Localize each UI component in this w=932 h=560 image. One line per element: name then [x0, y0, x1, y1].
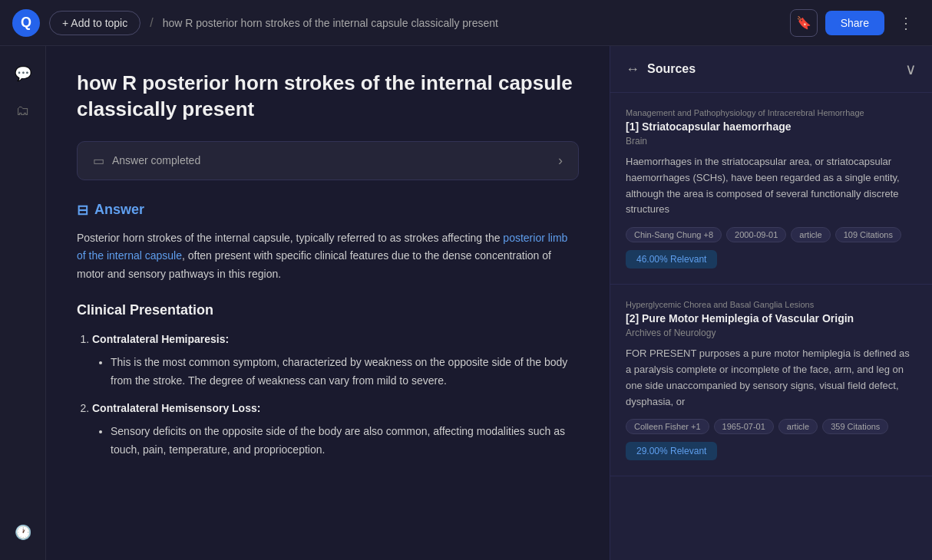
item-1-title: Contralateral Hemiparesis: [92, 333, 229, 345]
topbar: Q + Add to topic / how R posterior horn … [0, 0, 932, 46]
history-icon: 🕐 [15, 524, 31, 541]
source-1-tag-author: Chin-Sang Chung +8 [626, 227, 722, 242]
source-1-tag-date: 2000-09-01 [726, 227, 786, 242]
answer-completed-left: ▭ Answer completed [93, 153, 200, 168]
source-2-meta-top: Hyperglycemic Chorea and Basal Ganglia L… [626, 300, 917, 309]
answer-heading: ⊟ Answer [77, 202, 579, 219]
share-button[interactable]: Share [825, 11, 884, 35]
item-2-bullets: Sensory deficits on the opposite side of… [92, 423, 579, 460]
source-2-tag-citations: 359 Citations [822, 419, 888, 434]
answer-heading-label: Answer [94, 202, 144, 218]
answer-intro-text: Posterior horn strokes of the internal c… [77, 229, 579, 284]
source-2-tag-type: article [778, 419, 818, 434]
source-2-relevance: 29.00% Relevant [626, 442, 717, 460]
answer-completed-icon: ▭ [93, 153, 104, 168]
sources-sidebar: ↔ Sources ∨ Management and Pathophysiolo… [610, 46, 932, 560]
source-1-tags: Chin-Sang Chung +8 2000-09-01 article 10… [626, 227, 917, 242]
sources-header: ↔ Sources ∨ [610, 46, 932, 93]
list-item: Contralateral Hemiparesis: This is the m… [92, 331, 579, 390]
bullet-item: Sensory deficits on the opposite side of… [111, 423, 579, 460]
sidebar-chat-button[interactable]: 💬 [8, 58, 38, 89]
source-1-meta-top: Management and Pathophysiology of Intrac… [626, 108, 917, 117]
bullet-item: This is the most common symptom, charact… [111, 354, 579, 390]
chat-icon: 💬 [15, 65, 31, 82]
page-title: how R posterior horn strokes of the inte… [77, 71, 579, 123]
folder-icon: 🗂 [16, 103, 30, 119]
source-1-tag-citations: 109 Citations [835, 227, 901, 242]
source-2-tags: Colleen Fisher +1 1965-07-01 article 359… [626, 419, 917, 434]
source-2-excerpt: FOR PRESENT purposes a pure motor hemipl… [626, 346, 917, 410]
topbar-right: 🔖 Share ⋮ [790, 9, 920, 37]
item-2-title: Contralateral Hemisensory Loss: [92, 402, 260, 414]
source-1-tag-type: article [791, 227, 830, 242]
source-1-title: [1] Striatocapsular haemorrhage [626, 120, 917, 133]
chevron-down-icon: ∨ [905, 61, 917, 77]
sidebar-history-button[interactable]: 🕐 [8, 517, 38, 548]
sources-link-icon: ↔ [626, 61, 640, 77]
main-layout: 💬 🗂 🕐 how R posterior horn strokes of th… [0, 46, 932, 560]
answer-completed-label: Answer completed [112, 154, 200, 166]
more-icon: ⋮ [898, 14, 914, 32]
item-1-bullets: This is the most common symptom, charact… [92, 354, 579, 390]
breadcrumb: how R posterior horn strokes of the inte… [163, 17, 498, 29]
sources-heading-label: Sources [647, 62, 696, 76]
source-1-relevance: 46.00% Relevant [626, 250, 717, 268]
list-item: Contralateral Hemisensory Loss: Sensory … [92, 400, 579, 460]
left-sidebar: 💬 🗂 🕐 [0, 46, 46, 560]
source-1-excerpt: Haemorrhages in the striatocapsular area… [626, 154, 917, 218]
source-1-subtitle: Brain [626, 136, 917, 147]
bookmark-button[interactable]: 🔖 [790, 9, 818, 37]
sidebar-folder-button[interactable]: 🗂 [8, 95, 38, 126]
source-2-subtitle: Archives of Neurology [626, 328, 917, 338]
source-2-tag-date: 1965-07-01 [714, 419, 774, 434]
source-card-2[interactable]: Hyperglycemic Chorea and Basal Ganglia L… [610, 285, 932, 476]
clinical-presentation-heading: Clinical Presentation [77, 302, 579, 318]
answer-completed-bar[interactable]: ▭ Answer completed › [77, 141, 579, 180]
source-2-title: [2] Pure Motor Hemiplegia of Vascular Or… [626, 312, 917, 324]
bookmark-icon: 🔖 [796, 15, 811, 30]
source-2-tag-author: Colleen Fisher +1 [626, 419, 709, 434]
sources-title: ↔ Sources [626, 61, 696, 77]
add-to-topic-button[interactable]: + Add to topic [49, 11, 140, 35]
more-button[interactable]: ⋮ [892, 9, 920, 37]
logo: Q [12, 9, 40, 37]
answer-heading-icon: ⊟ [77, 202, 88, 219]
content-area: how R posterior horn strokes of the inte… [46, 46, 610, 560]
answer-completed-chevron: › [558, 153, 563, 169]
breadcrumb-separator: / [150, 16, 153, 30]
sources-collapse-button[interactable]: ∨ [905, 60, 917, 78]
source-card-1[interactable]: Management and Pathophysiology of Intrac… [610, 93, 932, 285]
answer-section: ⊟ Answer Posterior horn strokes of the i… [77, 202, 579, 460]
clinical-items-list: Contralateral Hemiparesis: This is the m… [77, 331, 579, 460]
